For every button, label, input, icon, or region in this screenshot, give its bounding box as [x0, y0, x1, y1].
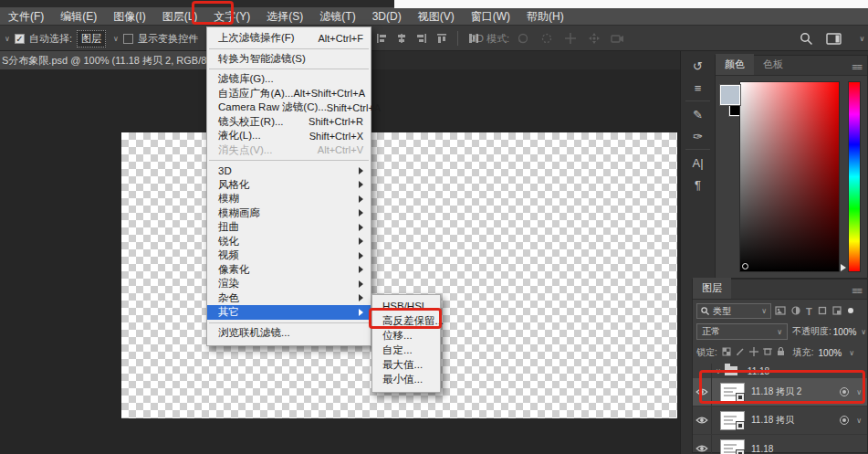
- chevron-down-icon[interactable]: ∨: [852, 30, 868, 47]
- hue-slider-handle[interactable]: [841, 264, 846, 271]
- menubar-item-选择[interactable]: 选择(S): [258, 7, 311, 26]
- auto-select-checkbox[interactable]: ✓: [15, 34, 25, 44]
- filter-menu-item[interactable]: 杂色: [207, 291, 371, 306]
- tab-color[interactable]: 颜色: [716, 54, 754, 75]
- filter-menu-item[interactable]: 上次滤镜操作(F)Alt+Ctrl+F: [207, 31, 371, 46]
- auto-select-target-dropdown[interactable]: 图层: [77, 30, 106, 48]
- panel-menu-icon[interactable]: ≡≡: [852, 61, 862, 72]
- layer-group-row[interactable]: ∨ 11.18: [693, 364, 867, 378]
- smart-filter-icon[interactable]: [840, 416, 849, 425]
- filter-menu-item[interactable]: 浏览联机滤镜...: [207, 326, 371, 341]
- visibility-well[interactable]: [693, 406, 712, 434]
- filter-menu-item[interactable]: 滤镜库(G)...: [207, 72, 371, 87]
- character-panel-icon[interactable]: A|: [683, 152, 713, 174]
- align-top-icon[interactable]: [434, 30, 450, 47]
- lock-all-icon[interactable]: [777, 347, 785, 358]
- align-center-icon[interactable]: [393, 30, 410, 47]
- menubar-item-文件[interactable]: 文件(F): [0, 7, 52, 26]
- brush-settings-panel-icon[interactable]: ✎: [683, 103, 713, 125]
- smart-filter-icon[interactable]: [840, 387, 849, 396]
- filter-menu-item[interactable]: 风格化: [207, 178, 371, 193]
- tool-presets-panel-icon[interactable]: ✑: [683, 125, 713, 147]
- filter-submenu-item[interactable]: 位移...: [372, 328, 440, 343]
- filter-submenu-item[interactable]: 自定...: [372, 343, 440, 357]
- filter-menu-item[interactable]: 渲染: [207, 277, 371, 291]
- smart-object-filter-icon[interactable]: [832, 306, 842, 317]
- lock-artboard-icon[interactable]: [763, 347, 772, 358]
- search-icon[interactable]: [798, 30, 814, 47]
- tab-swatches[interactable]: 色板: [754, 54, 792, 75]
- menubar-item-滤镜[interactable]: 滤镜(T): [311, 7, 363, 26]
- saturation-brightness-field[interactable]: [739, 81, 840, 272]
- hue-slider[interactable]: [848, 81, 861, 272]
- align-right-icon[interactable]: [413, 30, 430, 47]
- chevron-down-icon[interactable]: ∨: [861, 328, 866, 336]
- layer-row[interactable]: 11.18 拷贝 ∨: [693, 406, 867, 435]
- eye-icon[interactable]: [695, 387, 708, 396]
- lock-position-icon[interactable]: [749, 347, 758, 358]
- lock-transparency-icon[interactable]: [722, 347, 731, 358]
- visibility-well[interactable]: [693, 435, 712, 454]
- filter-menu-item[interactable]: 镜头校正(R)...Shift+Ctrl+R: [207, 115, 371, 130]
- filter-submenu-item[interactable]: 最大值...: [372, 357, 440, 372]
- layer-row[interactable]: 11.18 拷贝 2 ∨: [693, 378, 867, 406]
- menubar-item-3D[interactable]: 3D(D): [364, 7, 410, 26]
- filter-submenu-item[interactable]: 最小值...: [372, 372, 440, 386]
- show-transform-checkbox[interactable]: [123, 34, 133, 44]
- filter-menu-item[interactable]: 模糊画廊: [207, 206, 371, 221]
- filter-menu-item[interactable]: 其它: [207, 305, 371, 320]
- chevron-down-icon[interactable]: ∨: [849, 349, 854, 357]
- history-panel-icon[interactable]: ↺: [683, 55, 713, 77]
- tool-preset-chevron-icon[interactable]: ∨: [5, 35, 10, 43]
- fill-value[interactable]: 100%: [819, 348, 842, 358]
- 3d-pan-icon[interactable]: [562, 30, 579, 47]
- layer-filter-type-dropdown[interactable]: 类型 ∨: [696, 303, 771, 319]
- filter-menu-item[interactable]: 自适应广角(A)...Alt+Shift+Ctrl+A: [207, 87, 371, 101]
- menubar-item-视图[interactable]: 视图(V): [410, 7, 463, 26]
- menubar-item-图层[interactable]: 图层(L): [154, 7, 206, 26]
- layer-row[interactable]: 11.18: [693, 435, 867, 454]
- foreground-color-swatch[interactable]: [720, 85, 740, 105]
- layer-thumbnail[interactable]: [720, 439, 745, 454]
- filter-menu-item[interactable]: 像素化: [207, 263, 371, 278]
- menubar-item-文字[interactable]: 文字(Y): [205, 7, 258, 26]
- menubar-item-图像[interactable]: 图像(I): [105, 7, 153, 26]
- properties-panel-icon[interactable]: ≡: [683, 77, 713, 99]
- filter-menu-item[interactable]: 转换为智能滤镜(S): [207, 52, 371, 67]
- type-layer-filter-icon[interactable]: T: [806, 306, 812, 317]
- layer-thumbnail[interactable]: [720, 411, 745, 430]
- align-left-icon[interactable]: [373, 30, 390, 47]
- menubar-item-编辑[interactable]: 编辑(E): [52, 7, 105, 26]
- eye-icon[interactable]: [695, 444, 708, 453]
- chevron-down-icon[interactable]: ∨: [856, 417, 862, 425]
- filter-menu-item[interactable]: 模糊: [207, 192, 371, 206]
- 3d-orbit-icon[interactable]: [515, 30, 531, 47]
- filter-menu-item[interactable]: 3D: [207, 164, 371, 178]
- eye-icon[interactable]: [695, 416, 708, 425]
- visibility-well[interactable]: [693, 378, 712, 406]
- visibility-well[interactable]: [693, 364, 712, 378]
- chevron-down-icon[interactable]: ∨: [856, 388, 862, 396]
- document-tab[interactable]: S分布象限.psd @ 100% (11.18 拷贝 2, RGB/8) * ×: [0, 51, 237, 69]
- lock-image-icon[interactable]: [736, 347, 745, 358]
- filter-menu-item[interactable]: 锐化: [207, 235, 371, 249]
- workspace-switcher-icon[interactable]: [825, 30, 842, 47]
- blend-mode-dropdown[interactable]: 正常∨: [696, 323, 788, 340]
- 3d-camera-icon[interactable]: [610, 30, 626, 47]
- shape-layer-filter-icon[interactable]: [818, 306, 827, 317]
- 3d-roll-icon[interactable]: [539, 30, 555, 47]
- filter-menu-item[interactable]: 液化(L)...Shift+Ctrl+X: [207, 129, 371, 143]
- opacity-value[interactable]: 100%: [833, 327, 857, 337]
- chevron-down-icon[interactable]: ∨: [113, 35, 119, 43]
- filter-toggle-icon[interactable]: [847, 306, 854, 316]
- filter-menu-item[interactable]: 扭曲: [207, 220, 371, 235]
- 3d-slide-icon[interactable]: [586, 30, 602, 47]
- filter-menu-item[interactable]: 视频: [207, 248, 371, 263]
- pixel-layer-filter-icon[interactable]: [775, 306, 786, 317]
- panel-menu-icon[interactable]: ≡≡: [852, 285, 862, 296]
- menubar-item-窗口[interactable]: 窗口(W): [463, 7, 518, 26]
- paragraph-panel-icon[interactable]: ¶: [683, 174, 713, 195]
- filter-submenu-item[interactable]: HSB/HSL: [372, 299, 440, 313]
- menubar-item-帮助[interactable]: 帮助(H): [518, 7, 572, 26]
- filter-submenu-item[interactable]: 高反差保留...: [372, 313, 440, 328]
